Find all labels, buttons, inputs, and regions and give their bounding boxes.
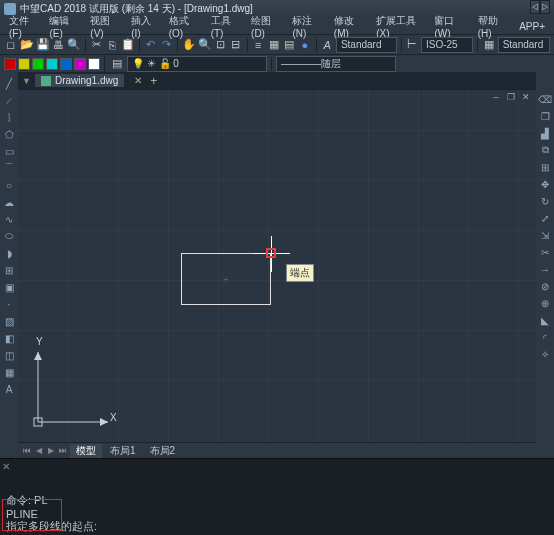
menu-help[interactable]: 帮助(H) — [473, 14, 512, 39]
cut-icon[interactable]: ✂ — [90, 37, 104, 53]
table-icon[interactable]: ▦ — [2, 365, 16, 379]
dimstyle-combo[interactable]: ISO-25 — [421, 37, 473, 53]
linetype-combo[interactable]: ———— 随层 — [276, 56, 396, 72]
tp-icon[interactable]: ▤ — [283, 37, 297, 53]
cmd-close-icon[interactable]: ✕ — [2, 461, 10, 472]
color-swatch-magenta[interactable] — [74, 58, 86, 70]
arc-icon[interactable]: ⌒ — [2, 161, 16, 175]
extend-icon[interactable]: → — [538, 262, 552, 276]
layout-tab-2[interactable]: 布局2 — [144, 444, 182, 458]
menu-insert[interactable]: 插入(I) — [126, 14, 162, 39]
menu-view[interactable]: 视图(V) — [85, 14, 124, 39]
props-icon[interactable]: ≡ — [252, 37, 266, 53]
zoomprev-icon[interactable]: ⊟ — [229, 37, 243, 53]
color-swatch-yellow[interactable] — [18, 58, 30, 70]
erase-icon[interactable]: ⌫ — [538, 92, 552, 106]
menu-modify[interactable]: 修改(M) — [329, 14, 369, 39]
menu-app[interactable]: APP+ — [514, 21, 550, 32]
layout-next-icon[interactable]: ▶ — [46, 446, 56, 455]
explode-icon[interactable]: ✧ — [538, 347, 552, 361]
tablestyle-combo[interactable]: Standard — [498, 37, 550, 53]
tablestyle-icon[interactable]: ▦ — [482, 37, 496, 53]
array-icon[interactable]: ⊞ — [538, 160, 552, 174]
ellipse-icon[interactable]: ⬭ — [2, 229, 16, 243]
layer-combo[interactable]: 💡 ☀ 🔓 0 — [127, 56, 267, 72]
color-swatch-white[interactable] — [88, 58, 100, 70]
fillet-icon[interactable]: ◜ — [538, 330, 552, 344]
rotate-icon[interactable]: ↻ — [538, 194, 552, 208]
spline-icon[interactable]: ∿ — [2, 212, 16, 226]
color-swatch-green[interactable] — [32, 58, 44, 70]
trim-icon[interactable]: ✂ — [538, 245, 552, 259]
xline-icon[interactable]: ⟋ — [2, 93, 16, 107]
menu-dim[interactable]: 标注(N) — [287, 14, 326, 39]
menu-file[interactable]: 文件(F) — [4, 14, 42, 39]
layout-last-icon[interactable]: ⏭ — [58, 446, 68, 455]
color-swatch-red[interactable] — [4, 58, 16, 70]
new-icon[interactable]: □ — [4, 37, 18, 53]
polygon-icon[interactable]: ⬠ — [2, 127, 16, 141]
copy-obj-icon[interactable]: ❐ — [538, 109, 552, 123]
layout-prev-icon[interactable]: ◀ — [34, 446, 44, 455]
rectangle-icon[interactable]: ▭ — [2, 144, 16, 158]
command-area[interactable]: ✕ 命令: PL PLINE 指定多段线的起点: — [0, 458, 554, 535]
scale-icon[interactable]: ⤢ — [538, 211, 552, 225]
tab-nav-left-icon[interactable]: ◁ — [530, 0, 540, 14]
chamfer-icon[interactable]: ◣ — [538, 313, 552, 327]
layout-first-icon[interactable]: ⏮ — [22, 446, 32, 455]
tab-new-icon[interactable]: + — [150, 74, 157, 88]
preview-icon[interactable]: 🔍 — [67, 37, 81, 53]
layerprops-icon[interactable]: ▤ — [109, 56, 125, 72]
insert-icon[interactable]: ⊞ — [2, 263, 16, 277]
point-icon[interactable]: · — [2, 297, 16, 311]
menu-edit[interactable]: 编辑(E) — [44, 14, 83, 39]
color-swatch-blue[interactable] — [60, 58, 72, 70]
mtext-icon[interactable]: A — [2, 382, 16, 396]
dc-icon[interactable]: ▦ — [267, 37, 281, 53]
block-icon[interactable]: ▣ — [2, 280, 16, 294]
command-prompt[interactable]: 指定多段线的起点: — [6, 519, 97, 534]
tab-dropdown-icon[interactable]: ▼ — [22, 76, 31, 86]
stretch-icon[interactable]: ⇲ — [538, 228, 552, 242]
region-icon[interactable]: ◫ — [2, 348, 16, 362]
menu-draw[interactable]: 绘图(D) — [246, 14, 285, 39]
menu-tools[interactable]: 工具(T) — [206, 14, 244, 39]
line-icon[interactable]: ╱ — [2, 76, 16, 90]
layout-tab-model[interactable]: 模型 — [70, 444, 102, 458]
mirror-icon[interactable]: ▟ — [538, 126, 552, 140]
dimstyle-icon[interactable]: ⊢ — [405, 37, 419, 53]
drawing-canvas[interactable]: – ❐ ✕ + 端点 — [18, 90, 536, 442]
layout-tab-1[interactable]: 布局1 — [104, 444, 142, 458]
break-icon[interactable]: ⊘ — [538, 279, 552, 293]
textstyle-icon[interactable]: A — [320, 37, 334, 53]
pan-icon[interactable]: ✋ — [182, 37, 196, 53]
paste-icon[interactable]: 📋 — [121, 37, 135, 53]
render-icon[interactable]: ● — [298, 37, 312, 53]
zoom-icon[interactable]: 🔍 — [198, 37, 212, 53]
tab-nav-right-icon[interactable]: ▷ — [540, 0, 550, 14]
open-icon[interactable]: 📂 — [20, 37, 34, 53]
undo-icon[interactable]: ↶ — [144, 37, 158, 53]
circle-icon[interactable]: ○ — [2, 178, 16, 192]
ellipsearc-icon[interactable]: ◗ — [2, 246, 16, 260]
document-tab[interactable]: Drawing1.dwg — [35, 74, 124, 87]
menu-format[interactable]: 格式(O) — [164, 14, 204, 39]
offset-icon[interactable]: ⧉ — [538, 143, 552, 157]
textstyle-combo[interactable]: Standard — [336, 37, 397, 53]
color-swatch-cyan[interactable] — [46, 58, 58, 70]
revcloud-icon[interactable]: ☁ — [2, 195, 16, 209]
copy-icon[interactable]: ⎘ — [105, 37, 119, 53]
hatch-icon[interactable]: ▨ — [2, 314, 16, 328]
gradient-icon[interactable]: ◧ — [2, 331, 16, 345]
menu-window[interactable]: 窗口(W) — [429, 14, 470, 39]
menu-ext[interactable]: 扩展工具(X) — [371, 14, 427, 39]
tab-close-icon[interactable]: ✕ — [134, 75, 142, 86]
save-icon[interactable]: 💾 — [36, 37, 50, 53]
print-icon[interactable]: 🖶 — [52, 37, 66, 53]
document-tab-bar: ▼ Drawing1.dwg ✕ + ◁ ▷ — [18, 72, 536, 90]
move-icon[interactable]: ✥ — [538, 177, 552, 191]
redo-icon[interactable]: ↷ — [159, 37, 173, 53]
zoomwin-icon[interactable]: ⊡ — [214, 37, 228, 53]
join-icon[interactable]: ⊕ — [538, 296, 552, 310]
pline-icon[interactable]: ⦚ — [2, 110, 16, 124]
